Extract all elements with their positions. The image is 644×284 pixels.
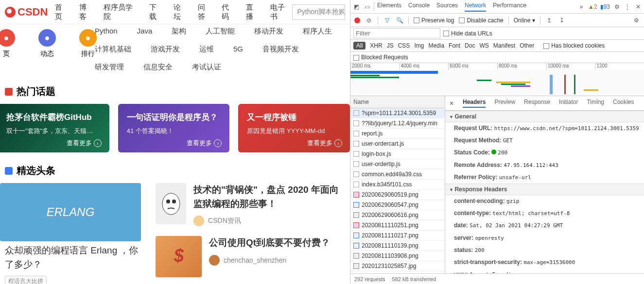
devtools-tab-sources[interactable]: Sources <box>436 2 458 12</box>
request-row[interactable]: 20200629060519.png <box>350 190 445 200</box>
filter-type-js[interactable]: JS <box>387 42 394 49</box>
category-link[interactable]: 架构 <box>172 27 186 36</box>
feed-thumb-erlang[interactable]: ERLANG <box>0 183 141 241</box>
name-column-header[interactable]: Name <box>350 96 445 108</box>
search-icon[interactable]: 🔍 <box>396 17 403 24</box>
category-link[interactable]: 程序人生 <box>303 27 332 36</box>
filter-type-all[interactable]: All <box>353 42 366 50</box>
filter-toggle-icon[interactable]: ▽ <box>383 17 391 24</box>
filter-type-doc[interactable]: Doc <box>465 42 475 49</box>
nav-item[interactable]: 直播 <box>246 3 261 21</box>
request-row[interactable]: user-ordertip.js <box>350 159 445 169</box>
nav-item[interactable]: 博客 <box>79 3 94 21</box>
upload-icon[interactable]: ↥ <box>545 17 553 24</box>
request-row[interactable]: login-box.js <box>350 149 445 159</box>
request-row[interactable]: 20200629060616.png <box>350 210 445 220</box>
detail-tab-initiator[interactable]: Initiator <box>559 99 578 108</box>
preserve-log-checkbox[interactable]: Preserve log <box>414 17 454 24</box>
feed1-title[interactable]: 技术的"背锅侠"，盘点 2020 年面向监狱编程的那些事！ <box>193 183 345 211</box>
network-timeline[interactable]: 2000 ms4000 ms6000 ms8000 ms10000 ms1200 <box>350 63 644 96</box>
detail-tab-preview[interactable]: Preview <box>494 99 515 108</box>
category-link[interactable]: 人工智能 <box>206 27 235 36</box>
close-icon[interactable]: ✕ <box>634 3 642 11</box>
detail-tab-cookies[interactable]: Cookies <box>613 99 634 108</box>
close-detail-icon[interactable]: ✕ <box>449 100 454 107</box>
category-link[interactable]: 移动开发 <box>254 27 283 36</box>
request-row[interactable]: report.js <box>350 129 445 139</box>
request-row[interactable]: 20200811110251.png <box>350 220 445 231</box>
filter-type-img[interactable]: Img <box>414 42 424 49</box>
gear-icon[interactable]: ⚙ <box>613 3 621 11</box>
filter-type-other[interactable]: Other <box>520 42 534 49</box>
warn-badge[interactable]: ▲2 <box>588 3 597 10</box>
category-link[interactable]: Java <box>137 27 153 36</box>
feed2-title[interactable]: 公司使用Qt到底要不要付费？ <box>209 236 330 250</box>
clear-icon[interactable]: ⊘ <box>365 17 373 24</box>
devtools-tab-performance[interactable]: Performance <box>493 2 526 12</box>
channel-icon[interactable]: ●页 <box>0 29 15 58</box>
download-icon[interactable]: ↧ <box>558 17 566 24</box>
has-blocked-checkbox[interactable]: Has blocked cookies <box>543 42 605 49</box>
category-link[interactable]: 计算机基础 <box>95 45 131 54</box>
devtools-tab-elements[interactable]: Elements <box>377 2 401 12</box>
hide-data-urls-checkbox[interactable]: Hide data URLs <box>443 30 492 37</box>
blocked-requests-checkbox[interactable]: Blocked Requests <box>353 54 408 61</box>
detail-tab-response[interactable]: Response <box>524 99 550 108</box>
filter-type-xhr[interactable]: XHR <box>370 42 382 49</box>
device-icon[interactable]: ▭ <box>363 3 371 11</box>
headline-erlang[interactable]: 众却顽强的编程语言 Erlang ，你了多少？ <box>0 241 143 274</box>
search-input[interactable]: Python脚本抢购 <box>292 4 345 20</box>
filter-input[interactable] <box>353 28 440 38</box>
category-link[interactable]: 运维 <box>199 45 214 54</box>
nav-item[interactable]: 下载 <box>149 3 164 21</box>
request-row[interactable]: 20201231025857.jpg <box>350 261 445 271</box>
request-row[interactable]: 20200811110217.png <box>350 231 445 241</box>
msg-badge[interactable]: ▮93 <box>600 3 610 10</box>
topic-card[interactable]: 一句话证明你是程序员？41 个答案揭晓！查看更多› <box>118 104 230 152</box>
channel-icon[interactable]: ●动态 <box>38 29 56 58</box>
nav-item[interactable]: 首页 <box>55 3 70 21</box>
category-link[interactable]: 考试认证 <box>192 63 221 72</box>
inspect-icon[interactable]: ◩ <box>352 3 360 11</box>
filter-type-manifest[interactable]: Manifest <box>493 42 515 49</box>
request-row[interactable]: 20200811110139.png <box>350 241 445 251</box>
online-select[interactable]: Online ▾ <box>514 17 535 24</box>
filter-type-ws[interactable]: WS <box>479 42 488 49</box>
request-row[interactable]: ??lib/jquery/1.12.4/jquery.min <box>350 118 445 129</box>
kebab-icon[interactable]: ⋮ <box>624 3 631 11</box>
category-link[interactable]: 游戏开发 <box>151 45 180 54</box>
nav-item[interactable]: 代码 <box>222 3 236 21</box>
category-link[interactable]: 信息安全 <box>143 63 173 72</box>
nav-item[interactable]: 问答 <box>198 3 212 21</box>
category-link[interactable]: 5G <box>233 45 243 54</box>
request-row[interactable]: ?spm=1011.2124.3001.5359 <box>350 108 445 118</box>
feed-thumb-qt[interactable]: $ <box>156 236 202 277</box>
filter-type-font[interactable]: Font <box>449 42 460 49</box>
record-icon[interactable] <box>354 17 360 23</box>
topic-card[interactable]: 抢茅台软件霸榜GitHub双十一"套路"多，京东、天猫…查看更多› <box>0 104 109 152</box>
channel-icon[interactable]: ●排行 <box>79 29 97 58</box>
request-row[interactable]: 20200811103908.png <box>350 251 445 261</box>
topic-card[interactable]: 又一程序被锤原因竟是错用 YYYY-MM-dd查看更多› <box>238 104 350 152</box>
nav-item[interactable]: 程序员学院 <box>104 3 139 21</box>
filter-type-media[interactable]: Media <box>428 42 444 49</box>
request-row[interactable]: user-ordercart.js <box>350 139 445 149</box>
settings-gear-icon[interactable]: ⚙ <box>632 17 640 24</box>
category-link[interactable]: Python <box>95 27 118 36</box>
request-row[interactable]: common.edd49a39.css <box>350 169 445 180</box>
category-link[interactable]: 音视频开发 <box>262 45 299 54</box>
response-headers-section-header[interactable]: Response Headers <box>445 184 644 195</box>
filter-type-css[interactable]: CSS <box>398 42 410 49</box>
nav-item[interactable]: 论坛 <box>174 3 188 21</box>
disable-cache-checkbox[interactable]: Disable cache <box>459 17 503 24</box>
devtools-tab-network[interactable]: Network <box>465 2 486 12</box>
tag-lang-compare[interactable]: 程语言大比拼 <box>5 276 47 284</box>
more-tabs-icon[interactable]: » <box>577 3 585 11</box>
nav-item[interactable]: 电子书 <box>270 3 292 21</box>
devtools-tab-console[interactable]: Console <box>408 2 430 12</box>
category-link[interactable]: 研发管理 <box>95 63 124 72</box>
request-row[interactable]: index.b345f101.css <box>350 180 445 190</box>
request-row[interactable]: 20200629060547.png <box>350 200 445 210</box>
detail-tab-timing[interactable]: Timing <box>587 99 604 108</box>
general-section-header[interactable]: General <box>445 111 644 122</box>
